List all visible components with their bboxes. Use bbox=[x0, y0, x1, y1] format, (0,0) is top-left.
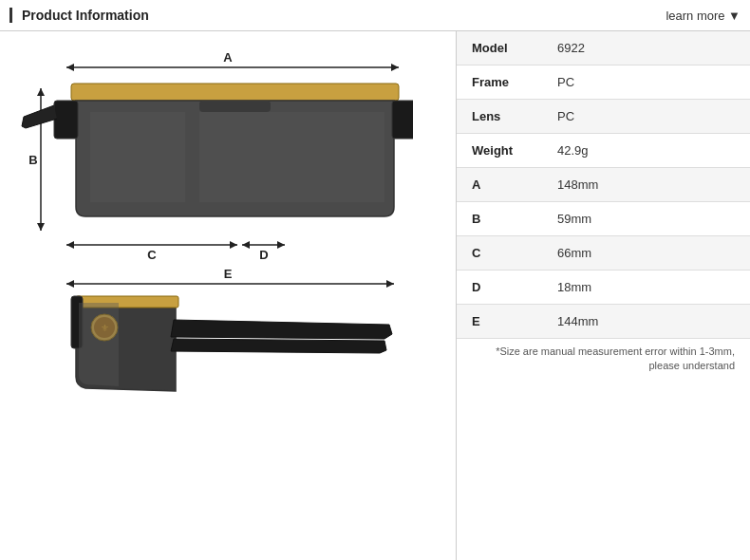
spec-value: 144mm bbox=[542, 305, 750, 339]
spec-value: 66mm bbox=[542, 236, 750, 271]
svg-marker-11 bbox=[66, 241, 74, 249]
side-view-diagram: E ⚜ bbox=[14, 263, 413, 472]
diagram-panel: A B bbox=[0, 31, 456, 560]
svg-marker-12 bbox=[230, 241, 237, 249]
table-row: A148mm bbox=[457, 168, 750, 202]
label-E: E bbox=[224, 267, 233, 281]
spec-value: 42.9g bbox=[542, 134, 750, 168]
spec-label: Frame bbox=[457, 65, 542, 100]
label-C: C bbox=[147, 248, 157, 262]
spec-value: 6922 bbox=[542, 31, 750, 65]
svg-marker-15 bbox=[277, 241, 285, 249]
svg-marker-1 bbox=[66, 64, 74, 71]
svg-rect-6 bbox=[71, 84, 399, 101]
table-row: C66mm bbox=[457, 236, 750, 271]
svg-marker-14 bbox=[242, 241, 250, 249]
spec-value: PC bbox=[542, 100, 750, 134]
spec-label: C bbox=[457, 236, 542, 271]
top-view-diagram: A B bbox=[14, 41, 413, 269]
label-D: D bbox=[259, 248, 268, 262]
spec-label: E bbox=[457, 305, 542, 339]
spec-value: PC bbox=[542, 65, 750, 100]
spec-value: 18mm bbox=[542, 271, 750, 305]
spec-label: B bbox=[457, 202, 542, 236]
table-row: Weight42.9g bbox=[457, 134, 750, 168]
svg-marker-4 bbox=[37, 88, 45, 96]
table-row: LensPC bbox=[457, 100, 750, 134]
spec-label: Model bbox=[457, 31, 542, 65]
table-row: Model6922 bbox=[457, 31, 750, 65]
spec-table: Model6922FramePCLensPCWeight42.9gA148mmB… bbox=[457, 31, 750, 338]
table-row: D18mm bbox=[457, 271, 750, 305]
spec-value: 59mm bbox=[542, 202, 750, 236]
spec-label: A bbox=[457, 168, 542, 202]
spec-value: 148mm bbox=[542, 168, 750, 202]
learn-more-button[interactable]: learn more ▼ bbox=[666, 9, 741, 23]
svg-marker-18 bbox=[386, 280, 394, 288]
svg-rect-8 bbox=[392, 101, 413, 139]
label-B: B bbox=[28, 153, 37, 167]
spec-label: D bbox=[457, 271, 542, 305]
spec-panel: Model6922FramePCLensPCWeight42.9gA148mmB… bbox=[456, 31, 750, 560]
label-A: A bbox=[223, 50, 233, 65]
spec-label: Weight bbox=[457, 134, 542, 168]
svg-rect-9 bbox=[199, 101, 271, 112]
main-content: A B bbox=[0, 31, 750, 560]
page-title: Product Information bbox=[9, 8, 149, 23]
measurement-note: *Size are manual measurement error withi… bbox=[457, 338, 750, 380]
svg-marker-5 bbox=[37, 223, 45, 231]
table-row: E144mm bbox=[457, 305, 750, 339]
page-header: Product Information learn more ▼ bbox=[0, 0, 750, 31]
svg-marker-17 bbox=[66, 280, 74, 288]
table-row: B59mm bbox=[457, 202, 750, 236]
spec-label: Lens bbox=[457, 100, 542, 134]
svg-marker-2 bbox=[391, 64, 399, 71]
table-row: FramePC bbox=[457, 65, 750, 100]
svg-rect-7 bbox=[54, 101, 78, 139]
